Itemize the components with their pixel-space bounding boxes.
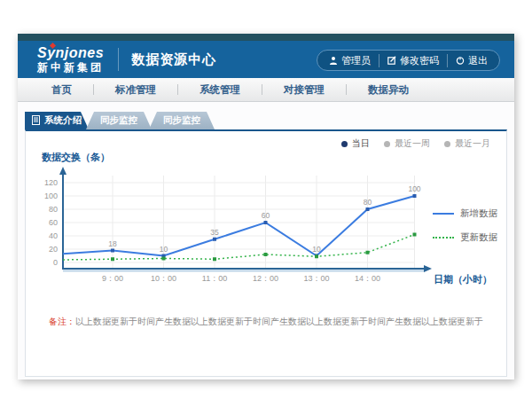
footnote: 备注：以上数据更新于时间产生数据以上数据更新于时间产生数据以上数据更新于时间产生… xyxy=(26,316,506,328)
edit-icon xyxy=(387,56,396,65)
solid-line-icon xyxy=(433,213,454,215)
nav-item-interface-mgmt[interactable]: 对接管理 xyxy=(262,83,346,97)
svg-text:日期（小时）: 日期（小时） xyxy=(434,274,492,286)
footnote-prefix: 备注： xyxy=(49,317,75,326)
logo-company: 新中新集团 xyxy=(37,62,104,73)
radio-icon xyxy=(444,141,450,147)
content-area: 系统介绍 同步监控 同步监控 当日 最近一周 xyxy=(18,102,514,379)
footnote-text: 以上数据更新于时间产生数据以上数据更新于时间产生数据以上数据更新于时间产生数据以… xyxy=(75,317,483,326)
legend-item-new-data[interactable]: 新增数据 xyxy=(433,207,497,220)
filter-label: 最近一周 xyxy=(395,137,430,150)
svg-text:80: 80 xyxy=(364,198,372,207)
tab-label: 系统介绍 xyxy=(44,114,82,127)
filter-label: 最近一月 xyxy=(455,137,490,150)
svg-text:10: 10 xyxy=(160,245,168,254)
legend-item-update-data[interactable]: 更新数据 xyxy=(433,231,497,244)
document-icon xyxy=(32,115,40,127)
power-icon xyxy=(456,56,465,65)
svg-text:120: 120 xyxy=(44,178,58,187)
filter-label: 当日 xyxy=(352,137,370,150)
nav-item-standard-mgmt[interactable]: 标准管理 xyxy=(94,83,177,97)
app-title: 数据资源中心 xyxy=(131,51,216,68)
admin-user-label: 管理员 xyxy=(341,54,371,67)
svg-text:18: 18 xyxy=(108,239,117,248)
svg-text:11：00: 11：00 xyxy=(202,274,227,283)
admin-user-button[interactable]: 管理员 xyxy=(321,54,379,67)
tab-sync-monitor-2[interactable]: 同步监控 xyxy=(149,112,215,129)
chart-panel: 当日 最近一周 最近一月 数据交换（条） 0204060801001209：00… xyxy=(25,129,507,377)
radio-selected-icon xyxy=(341,141,348,147)
main-nav: 首页 标准管理 系统管理 对接管理 数据异动 xyxy=(18,78,514,102)
nav-item-data-change[interactable]: 数据异动 xyxy=(347,83,430,97)
tab-label: 同步监控 xyxy=(163,114,200,127)
change-password-label: 修改密码 xyxy=(400,54,439,67)
logout-button[interactable]: 退出 xyxy=(447,54,496,67)
svg-text:60: 60 xyxy=(49,218,58,227)
change-password-button[interactable]: 修改密码 xyxy=(379,54,447,67)
svg-text:10：00: 10：00 xyxy=(151,274,176,283)
filter-last-month[interactable]: 最近一月 xyxy=(444,137,490,150)
header-divider xyxy=(118,48,119,71)
svg-text:20: 20 xyxy=(49,245,58,254)
tab-sync-monitor-1[interactable]: 同步监控 xyxy=(86,112,152,129)
filter-last-week[interactable]: 最近一周 xyxy=(384,137,430,150)
svg-text:9：00: 9：00 xyxy=(102,274,123,283)
logout-label: 退出 xyxy=(468,54,488,67)
legend-label: 更新数据 xyxy=(460,231,497,244)
svg-text:35: 35 xyxy=(210,228,219,237)
legend-label: 新增数据 xyxy=(460,207,497,220)
svg-text:60: 60 xyxy=(262,211,270,220)
svg-text:13：00: 13：00 xyxy=(303,274,329,283)
chart-title: 数据交换（条） xyxy=(42,151,110,164)
chart-legend: 新增数据 更新数据 xyxy=(433,207,497,244)
app-header: Synjones 新中新集团 数据资源中心 管理员 修改密码 xyxy=(18,41,514,78)
user-icon xyxy=(329,56,338,65)
svg-text:40: 40 xyxy=(49,231,58,240)
header-top-strip xyxy=(18,34,514,41)
svg-text:0: 0 xyxy=(53,258,58,267)
svg-text:80: 80 xyxy=(49,205,58,214)
dotted-line-icon xyxy=(433,237,454,239)
svg-text:100: 100 xyxy=(408,184,420,193)
user-actions-group: 管理员 修改密码 退出 xyxy=(317,50,500,71)
radio-icon xyxy=(384,141,390,147)
svg-text:14：00: 14：00 xyxy=(355,274,380,283)
tab-system-intro[interactable]: 系统介绍 xyxy=(25,112,89,129)
time-range-filter: 当日 最近一周 最近一月 xyxy=(341,137,490,150)
logo-brand: Synjones xyxy=(37,46,104,60)
tab-label: 同步监控 xyxy=(100,114,137,127)
svg-text:100: 100 xyxy=(44,192,58,200)
nav-item-system-mgmt[interactable]: 系统管理 xyxy=(178,83,262,97)
nav-item-home[interactable]: 首页 xyxy=(30,83,93,97)
svg-text:12：00: 12：00 xyxy=(253,274,278,283)
app-window: Synjones 新中新集团 数据资源中心 管理员 修改密码 xyxy=(18,34,514,379)
filter-today[interactable]: 当日 xyxy=(341,137,370,150)
exchange-chart: 0204060801001209：0010：0011：0012：0013：001… xyxy=(36,167,497,300)
company-logo: Synjones 新中新集团 xyxy=(37,46,104,73)
svg-text:10: 10 xyxy=(312,245,321,254)
tab-bar: 系统介绍 同步监控 同步监控 xyxy=(25,112,215,129)
